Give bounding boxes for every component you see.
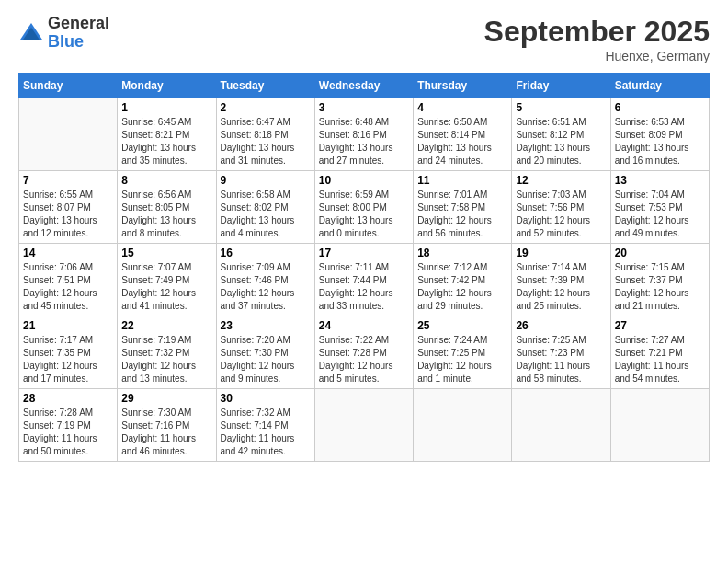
day-info: Sunrise: 7:11 AM Sunset: 7:44 PM Dayligh…: [319, 261, 409, 313]
day-number: 29: [121, 392, 211, 405]
day-info: Sunrise: 6:48 AM Sunset: 8:16 PM Dayligh…: [319, 116, 409, 167]
calendar-cell: 20Sunrise: 7:15 AM Sunset: 7:37 PM Dayli…: [610, 244, 709, 316]
calendar-week-row: 1Sunrise: 6:45 AM Sunset: 8:21 PM Daylig…: [19, 98, 710, 171]
page: General Blue September 2025 Huenxe, Germ…: [0, 0, 728, 563]
calendar-cell: [610, 389, 709, 462]
location: Huenxe, Germany: [484, 49, 710, 63]
calendar-week-row: 14Sunrise: 7:06 AM Sunset: 7:51 PM Dayli…: [19, 244, 710, 316]
calendar-cell: 16Sunrise: 7:09 AM Sunset: 7:46 PM Dayli…: [216, 244, 314, 316]
day-number: 23: [221, 319, 311, 332]
day-number: 3: [319, 101, 409, 114]
day-number: 14: [23, 247, 113, 259]
day-number: 27: [615, 319, 705, 332]
calendar-cell: 3Sunrise: 6:48 AM Sunset: 8:16 PM Daylig…: [314, 98, 413, 171]
day-number: 2: [221, 101, 311, 114]
calendar-cell: 2Sunrise: 6:47 AM Sunset: 8:18 PM Daylig…: [216, 98, 314, 171]
logo: General Blue: [18, 15, 109, 52]
day-info: Sunrise: 7:19 AM Sunset: 7:32 PM Dayligh…: [121, 334, 211, 385]
calendar-cell: 13Sunrise: 7:04 AM Sunset: 7:53 PM Dayli…: [610, 171, 709, 244]
day-number: 15: [121, 247, 211, 259]
day-info: Sunrise: 6:51 AM Sunset: 8:12 PM Dayligh…: [516, 116, 606, 167]
day-info: Sunrise: 7:20 AM Sunset: 7:30 PM Dayligh…: [221, 334, 311, 385]
calendar-cell: 29Sunrise: 7:30 AM Sunset: 7:16 PM Dayli…: [118, 389, 216, 462]
day-number: 1: [121, 101, 211, 114]
calendar-cell: 8Sunrise: 6:56 AM Sunset: 8:05 PM Daylig…: [118, 171, 216, 244]
calendar-cell: 24Sunrise: 7:22 AM Sunset: 7:28 PM Dayli…: [314, 316, 413, 389]
calendar-cell: [414, 389, 512, 462]
day-info: Sunrise: 7:22 AM Sunset: 7:28 PM Dayligh…: [319, 334, 409, 385]
day-number: 12: [516, 174, 606, 187]
logo-general-text: General: [48, 15, 109, 33]
calendar-cell: 18Sunrise: 7:12 AM Sunset: 7:42 PM Dayli…: [414, 244, 512, 316]
calendar-week-row: 28Sunrise: 7:28 AM Sunset: 7:19 PM Dayli…: [19, 389, 710, 462]
day-info: Sunrise: 7:25 AM Sunset: 7:23 PM Dayligh…: [516, 334, 606, 385]
day-number: 16: [221, 247, 311, 259]
calendar-cell: 11Sunrise: 7:01 AM Sunset: 7:58 PM Dayli…: [414, 171, 512, 244]
calendar-week-row: 7Sunrise: 6:55 AM Sunset: 8:07 PM Daylig…: [19, 171, 710, 244]
day-info: Sunrise: 6:45 AM Sunset: 8:21 PM Dayligh…: [121, 116, 211, 167]
day-number: 19: [516, 247, 606, 259]
col-header-wednesday: Wednesday: [314, 74, 413, 98]
calendar-cell: 7Sunrise: 6:55 AM Sunset: 8:07 PM Daylig…: [19, 171, 118, 244]
day-info: Sunrise: 6:53 AM Sunset: 8:09 PM Dayligh…: [615, 116, 705, 167]
day-number: 24: [319, 319, 409, 332]
day-number: 11: [417, 174, 507, 187]
calendar-cell: [512, 389, 610, 462]
day-info: Sunrise: 7:17 AM Sunset: 7:35 PM Dayligh…: [23, 334, 113, 385]
day-number: 17: [319, 247, 409, 259]
calendar-cell: [314, 389, 413, 462]
calendar: SundayMondayTuesdayWednesdayThursdayFrid…: [18, 73, 710, 462]
day-number: 13: [615, 174, 705, 187]
day-number: 5: [516, 101, 606, 114]
day-info: Sunrise: 7:03 AM Sunset: 7:56 PM Dayligh…: [516, 189, 606, 240]
day-number: 20: [615, 247, 705, 259]
day-number: 30: [221, 392, 311, 405]
calendar-cell: 1Sunrise: 6:45 AM Sunset: 8:21 PM Daylig…: [118, 98, 216, 171]
calendar-cell: 22Sunrise: 7:19 AM Sunset: 7:32 PM Dayli…: [118, 316, 216, 389]
month-title: September 2025: [484, 15, 710, 49]
title-block: September 2025 Huenxe, Germany: [484, 15, 710, 63]
day-info: Sunrise: 7:12 AM Sunset: 7:42 PM Dayligh…: [417, 261, 507, 313]
col-header-saturday: Saturday: [610, 74, 709, 98]
logo-blue-text: Blue: [48, 33, 109, 52]
day-number: 26: [516, 319, 606, 332]
day-info: Sunrise: 6:58 AM Sunset: 8:02 PM Dayligh…: [221, 189, 311, 240]
day-info: Sunrise: 7:32 AM Sunset: 7:14 PM Dayligh…: [221, 407, 311, 458]
logo-icon: [18, 20, 44, 46]
calendar-cell: 4Sunrise: 6:50 AM Sunset: 8:14 PM Daylig…: [414, 98, 512, 171]
header: General Blue September 2025 Huenxe, Germ…: [18, 15, 710, 63]
col-header-friday: Friday: [512, 74, 610, 98]
day-info: Sunrise: 7:04 AM Sunset: 7:53 PM Dayligh…: [615, 189, 705, 240]
day-number: 18: [417, 247, 507, 259]
calendar-week-row: 21Sunrise: 7:17 AM Sunset: 7:35 PM Dayli…: [19, 316, 710, 389]
calendar-cell: 21Sunrise: 7:17 AM Sunset: 7:35 PM Dayli…: [19, 316, 118, 389]
calendar-cell: 30Sunrise: 7:32 AM Sunset: 7:14 PM Dayli…: [216, 389, 314, 462]
day-info: Sunrise: 7:27 AM Sunset: 7:21 PM Dayligh…: [615, 334, 705, 385]
col-header-tuesday: Tuesday: [216, 74, 314, 98]
col-header-sunday: Sunday: [19, 74, 118, 98]
day-info: Sunrise: 7:01 AM Sunset: 7:58 PM Dayligh…: [417, 189, 507, 240]
calendar-cell: 5Sunrise: 6:51 AM Sunset: 8:12 PM Daylig…: [512, 98, 610, 171]
day-info: Sunrise: 7:07 AM Sunset: 7:49 PM Dayligh…: [121, 261, 211, 313]
calendar-header-row: SundayMondayTuesdayWednesdayThursdayFrid…: [19, 74, 710, 98]
day-number: 10: [319, 174, 409, 187]
day-number: 25: [417, 319, 507, 332]
day-info: Sunrise: 7:15 AM Sunset: 7:37 PM Dayligh…: [615, 261, 705, 313]
calendar-cell: 26Sunrise: 7:25 AM Sunset: 7:23 PM Dayli…: [512, 316, 610, 389]
day-info: Sunrise: 7:30 AM Sunset: 7:16 PM Dayligh…: [121, 407, 211, 458]
calendar-cell: 10Sunrise: 6:59 AM Sunset: 8:00 PM Dayli…: [314, 171, 413, 244]
col-header-thursday: Thursday: [414, 74, 512, 98]
calendar-cell: 28Sunrise: 7:28 AM Sunset: 7:19 PM Dayli…: [19, 389, 118, 462]
calendar-cell: 17Sunrise: 7:11 AM Sunset: 7:44 PM Dayli…: [314, 244, 413, 316]
day-number: 4: [417, 101, 507, 114]
day-number: 6: [615, 101, 705, 114]
calendar-cell: 27Sunrise: 7:27 AM Sunset: 7:21 PM Dayli…: [610, 316, 709, 389]
day-info: Sunrise: 6:59 AM Sunset: 8:00 PM Dayligh…: [319, 189, 409, 240]
calendar-cell: 25Sunrise: 7:24 AM Sunset: 7:25 PM Dayli…: [414, 316, 512, 389]
calendar-cell: 6Sunrise: 6:53 AM Sunset: 8:09 PM Daylig…: [610, 98, 709, 171]
day-info: Sunrise: 7:24 AM Sunset: 7:25 PM Dayligh…: [417, 334, 507, 385]
col-header-monday: Monday: [118, 74, 216, 98]
calendar-cell: 14Sunrise: 7:06 AM Sunset: 7:51 PM Dayli…: [19, 244, 118, 316]
calendar-cell: 9Sunrise: 6:58 AM Sunset: 8:02 PM Daylig…: [216, 171, 314, 244]
calendar-cell: [19, 98, 118, 171]
